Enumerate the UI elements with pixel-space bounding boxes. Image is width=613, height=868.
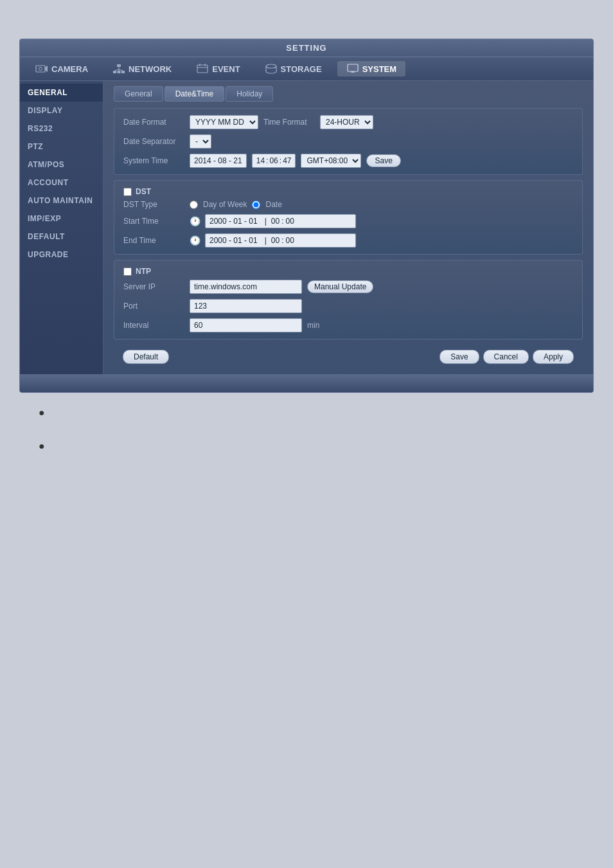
date-format-select[interactable]: YYYY MM DD MM DD YYYY DD MM YYYY	[190, 115, 258, 129]
manual-update-button[interactable]: Manual Update	[307, 280, 373, 293]
end-clock-icon[interactable]: 🕐	[190, 235, 200, 246]
date-separator-label: Date Separator	[123, 137, 184, 146]
dst-type-label: DST Type	[123, 200, 184, 209]
sidebar-item-default[interactable]: DEFAULT	[20, 228, 103, 246]
start-time-row: Start Time 🕐 2000 - 01 - 01 | 00 : 00	[123, 214, 573, 228]
event-icon	[196, 64, 209, 74]
tab-camera[interactable]: CAMERA	[26, 61, 97, 77]
date-separator-row: Date Separator - / .	[123, 134, 573, 149]
end-hour: 00	[271, 236, 280, 245]
sub-tabs: General Date&Time Holiday	[114, 86, 583, 102]
port-input[interactable]	[190, 299, 302, 313]
end-time-display: 2000 - 01 - 01 | 00 : 00	[205, 233, 356, 248]
action-right-buttons: Save Cancel Apply	[440, 350, 574, 364]
bullet-item-2: ●	[39, 439, 574, 453]
bottom-bar	[20, 374, 593, 392]
svg-rect-11	[197, 65, 208, 73]
svg-rect-0	[36, 66, 45, 72]
date-format-row: Date Format YYYY MM DD MM DD YYYY DD MM …	[123, 115, 573, 129]
sidebar-item-account[interactable]: ACCOUNT	[20, 174, 103, 192]
start-time-label: Start Time	[123, 217, 184, 226]
system-date-text: 2014 - 08 - 21	[194, 156, 242, 165]
start-clock-icon[interactable]: 🕐	[190, 216, 200, 226]
top-nav: CAMERA NETWORK	[20, 57, 593, 81]
apply-button[interactable]: Apply	[533, 350, 574, 364]
sub-tab-holiday[interactable]: Holiday	[226, 86, 273, 102]
gmt-select[interactable]: GMT+08:00 GMT+00:00 GMT-05:00	[301, 154, 361, 168]
dst-type-row: DST Type Day of Week Date	[123, 200, 573, 209]
end-time-row: End Time 🕐 2000 - 01 - 01 | 00 : 00	[123, 233, 573, 248]
svg-point-2	[39, 68, 42, 71]
tab-system-label: SYSTEM	[362, 64, 396, 74]
cancel-button[interactable]: Cancel	[483, 350, 529, 364]
svg-point-16	[266, 64, 276, 68]
start-date-text: 2000 - 01 - 01	[209, 217, 258, 226]
sidebar-item-atm-pos[interactable]: ATM/POS	[20, 156, 103, 174]
dst-header-row: DST	[123, 187, 573, 196]
svg-rect-17	[348, 64, 358, 71]
tab-network-label: NETWORK	[129, 64, 172, 74]
server-ip-input[interactable]	[190, 280, 302, 294]
system-time-save-button[interactable]: Save	[366, 154, 400, 167]
interval-label: Interval	[123, 321, 184, 330]
time-format-label: Time Format	[263, 118, 315, 127]
sidebar-item-general[interactable]: GENERAL	[20, 84, 103, 102]
dst-checkbox[interactable]	[123, 188, 132, 196]
end-minute: 00	[286, 236, 294, 245]
sidebar-item-imp-exp[interactable]: IMP/EXP	[20, 210, 103, 228]
sub-tab-general[interactable]: General	[114, 86, 163, 102]
sidebar-item-ptz[interactable]: PTZ	[20, 138, 103, 156]
dst-type-radio-date[interactable]	[252, 201, 260, 209]
ntp-checkbox[interactable]	[123, 267, 132, 276]
date-format-label: Date Format	[123, 118, 184, 127]
tab-event[interactable]: EVENT	[187, 61, 249, 77]
tab-event-label: EVENT	[212, 64, 240, 74]
ntp-header-row: NTP	[123, 267, 573, 276]
system-date-display: 2014 - 08 - 21	[190, 154, 247, 168]
dst-section: DST DST Type Day of Week Date Start Time…	[114, 180, 583, 255]
tab-network[interactable]: NETWORK	[103, 61, 181, 77]
sidebar-item-rs232[interactable]: RS232	[20, 120, 103, 138]
start-minute: 00	[286, 217, 294, 226]
svg-line-8	[115, 69, 120, 71]
dst-label: DST	[136, 187, 151, 196]
action-bar: Default Save Cancel Apply	[114, 345, 583, 369]
min-label: min	[307, 321, 319, 330]
bullet-dot-2: ●	[39, 439, 45, 453]
camera-icon	[35, 64, 48, 74]
system-minute: 06	[269, 156, 278, 165]
end-time-label: End Time	[123, 236, 184, 245]
end-date-text: 2000 - 01 - 01	[209, 236, 258, 245]
datetime-section: Date Format YYYY MM DD MM DD YYYY DD MM …	[114, 108, 583, 175]
tab-storage[interactable]: STORAGE	[256, 61, 331, 77]
bullet-item-1: ●	[39, 406, 574, 420]
sidebar-item-auto-maintain[interactable]: AUTO MAINTAIN	[20, 192, 103, 210]
sidebar-item-upgrade[interactable]: UPGRADE	[20, 246, 103, 264]
tab-system[interactable]: SYSTEM	[337, 61, 405, 77]
date-label: Date	[265, 200, 281, 209]
setting-panel: SETTING CAMERA	[19, 39, 594, 393]
time-format-select[interactable]: 24-HOUR 12-HOUR	[320, 115, 373, 129]
start-time-display: 2000 - 01 - 01 | 00 : 00	[205, 214, 356, 228]
interval-input[interactable]	[190, 318, 302, 332]
sidebar-item-display[interactable]: DISPLAY	[20, 102, 103, 120]
sub-tab-datetime[interactable]: Date&Time	[164, 86, 225, 102]
system-second: 47	[283, 156, 291, 165]
default-button[interactable]: Default	[123, 350, 169, 364]
bullet-dot-1: ●	[39, 406, 45, 420]
port-row: Port	[123, 299, 573, 313]
dst-type-radio-week[interactable]	[190, 201, 198, 209]
system-time-label: System Time	[123, 156, 184, 165]
svg-rect-6	[121, 71, 125, 73]
date-separator-select[interactable]: - / .	[190, 134, 211, 149]
system-hour: 14	[256, 156, 265, 165]
system-icon	[346, 64, 359, 74]
svg-line-10	[119, 69, 123, 71]
save-button[interactable]: Save	[440, 350, 479, 364]
content-panel: General Date&Time Holiday Date Format	[103, 81, 593, 374]
main-content: GENERAL DISPLAY RS232 PTZ ATM/POS ACCOUN…	[20, 81, 593, 374]
server-ip-label: Server IP	[123, 282, 184, 291]
sidebar: GENERAL DISPLAY RS232 PTZ ATM/POS ACCOUN…	[20, 81, 103, 374]
start-hour: 00	[271, 217, 280, 226]
title-bar: SETTING	[20, 39, 593, 57]
